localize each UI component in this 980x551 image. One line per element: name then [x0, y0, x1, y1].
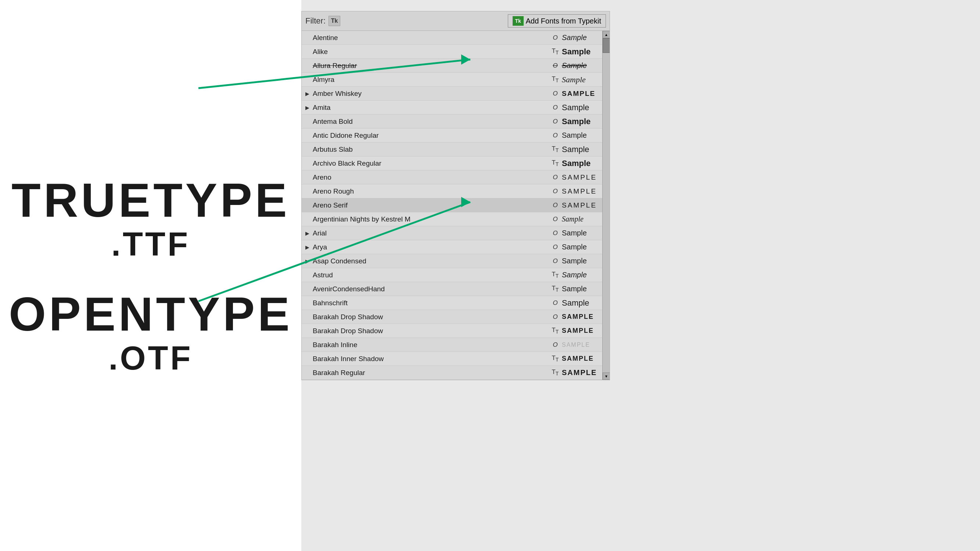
- font-name: Antema Bold: [313, 118, 550, 125]
- font-name: AvenirCondensedHand: [313, 285, 550, 293]
- font-name: Archivo Black Regular: [313, 159, 550, 167]
- font-row[interactable]: Barakah Drop Shadow O Sample: [302, 310, 609, 324]
- scrollbar-thumb[interactable]: [603, 38, 609, 53]
- left-panel: TRUETYPE .TTF OPENTYPE .OTF: [0, 0, 301, 551]
- font-sample: Sample: [562, 271, 606, 279]
- expand-icon: ▶: [305, 258, 310, 264]
- font-name: Asap Condensed: [313, 257, 550, 265]
- font-name: Areno: [313, 173, 550, 181]
- font-sample: Sample: [562, 368, 606, 377]
- filter-label: Filter:: [305, 16, 326, 26]
- expand-icon: ▶: [305, 230, 310, 236]
- font-row[interactable]: Antic Didone Regular O Sample: [302, 129, 609, 143]
- font-sample: Sample: [562, 327, 606, 335]
- font-row[interactable]: Alentine O Sample: [302, 31, 609, 45]
- font-sample: Sample: [562, 298, 606, 308]
- opentype-section: OPENTYPE .OTF: [9, 290, 293, 375]
- font-name: Antic Didone Regular: [313, 132, 550, 140]
- font-row[interactable]: Barakah Inner Shadow TT Sample: [302, 352, 609, 366]
- font-list: Alentine O Sample Alike TT Sample Allura…: [302, 31, 609, 380]
- font-row[interactable]: Areno O SAMPLE: [302, 170, 609, 184]
- type-icon: TT: [550, 368, 560, 376]
- font-row[interactable]: Arbutus Slab TT Sample: [302, 143, 609, 157]
- font-name: Almyra: [313, 76, 550, 84]
- font-name: Amita: [313, 103, 550, 112]
- type-icon: TT: [550, 271, 560, 279]
- type-icon: TT: [550, 285, 560, 293]
- font-sample: Sample: [562, 159, 606, 168]
- font-sample: SAMPLE: [562, 187, 606, 195]
- font-row[interactable]: Argentinian Nights by Kestrel M O Sample: [302, 212, 609, 226]
- font-name: Amber Whiskey: [313, 90, 550, 98]
- font-name: Arbutus Slab: [313, 146, 550, 154]
- font-row[interactable]: Almyra TT Sample: [302, 73, 609, 87]
- font-sample: SAMPLE: [562, 173, 606, 181]
- font-sample: SAMPLE: [562, 90, 606, 98]
- font-sample: Sample: [562, 313, 606, 321]
- expand-icon: ▶: [305, 244, 310, 250]
- add-fonts-label: Add Fonts from Typekit: [526, 17, 601, 25]
- type-icon: O: [550, 118, 560, 125]
- type-icon: O: [550, 257, 560, 265]
- font-row[interactable]: Astrud TT Sample: [302, 268, 609, 282]
- add-fonts-tk-badge: Tk: [512, 16, 523, 26]
- font-name: Barakah Inline: [313, 341, 550, 349]
- font-row-areno-serif[interactable]: Areno Serif O SAMPLE: [302, 198, 609, 212]
- scroll-down-button[interactable]: ▼: [603, 373, 609, 380]
- font-row[interactable]: Allura Regular O Sample: [302, 59, 609, 73]
- truetype-title: TRUETYPE: [11, 176, 290, 224]
- font-sample: Sample: [562, 47, 606, 57]
- add-fonts-button[interactable]: Tk Add Fonts from Typekit: [508, 14, 606, 27]
- type-icon: O: [550, 62, 560, 70]
- type-icon: O: [550, 174, 560, 181]
- font-row[interactable]: Barakah Inline O Sample: [302, 338, 609, 352]
- font-row[interactable]: ▶ Amita O Sample: [302, 101, 609, 114]
- font-sample: Sample: [562, 33, 606, 42]
- type-icon: TT: [550, 75, 560, 83]
- font-row[interactable]: Antema Bold O Sample: [302, 114, 609, 129]
- type-icon: O: [550, 230, 560, 237]
- type-icon: TT: [550, 354, 560, 362]
- font-name: Allura Regular: [313, 62, 550, 70]
- font-name: Arial: [313, 229, 550, 237]
- type-icon: O: [550, 216, 560, 223]
- font-sample: Sample: [562, 341, 606, 348]
- filter-tk-badge[interactable]: Tk: [328, 16, 340, 26]
- font-row[interactable]: Barakah Regular TT Sample: [302, 366, 609, 380]
- type-icon: O: [550, 313, 560, 321]
- type-icon: O: [550, 299, 560, 307]
- font-sample: Sample: [562, 103, 606, 113]
- expand-icon: ▶: [305, 91, 310, 97]
- type-icon: O: [550, 104, 560, 111]
- font-name: Argentinian Nights by Kestrel M: [313, 215, 550, 223]
- type-icon: TT: [550, 327, 560, 335]
- font-row[interactable]: Barakah Drop Shadow TT Sample: [302, 324, 609, 338]
- truetype-ext: .TTF: [11, 228, 290, 261]
- font-name: Areno Rough: [313, 187, 550, 195]
- font-row[interactable]: ▶ Arial O Sample: [302, 226, 609, 240]
- font-sample: Sample: [562, 285, 606, 293]
- font-name: Areno Serif: [313, 201, 550, 210]
- font-sample: Sample: [562, 355, 606, 362]
- scrollbar-track[interactable]: ▲ ▼: [602, 31, 609, 380]
- font-name: Barakah Drop Shadow: [313, 313, 550, 321]
- font-panel: Filter: Tk Tk Add Fonts from Typekit Ale…: [301, 11, 610, 380]
- font-row[interactable]: AvenirCondensedHand TT Sample: [302, 282, 609, 296]
- font-row-asap-condensed[interactable]: ▶ Asap Condensed O Sample: [302, 254, 609, 268]
- filter-bar: Filter: Tk Tk Add Fonts from Typekit: [302, 11, 609, 31]
- font-row[interactable]: Areno Rough O SAMPLE: [302, 184, 609, 198]
- type-icon: TT: [550, 48, 560, 56]
- font-row[interactable]: ▶ Arya O Sample: [302, 240, 609, 254]
- font-name: Alentine: [313, 34, 550, 42]
- type-icon: O: [550, 341, 560, 349]
- expand-icon: ▶: [305, 105, 310, 111]
- font-name: Barakah Drop Shadow: [313, 327, 550, 335]
- scroll-up-button[interactable]: ▲: [603, 31, 609, 38]
- font-sample: Sample: [562, 229, 606, 237]
- type-icon: O: [550, 243, 560, 251]
- font-row[interactable]: Bahnschrift O Sample: [302, 296, 609, 310]
- font-row[interactable]: ▶ Amber Whiskey O SAMPLE: [302, 87, 609, 101]
- font-name: Bahnschrift: [313, 299, 550, 307]
- font-row[interactable]: Archivo Black Regular TT Sample: [302, 157, 609, 170]
- font-row[interactable]: Alike TT Sample: [302, 45, 609, 59]
